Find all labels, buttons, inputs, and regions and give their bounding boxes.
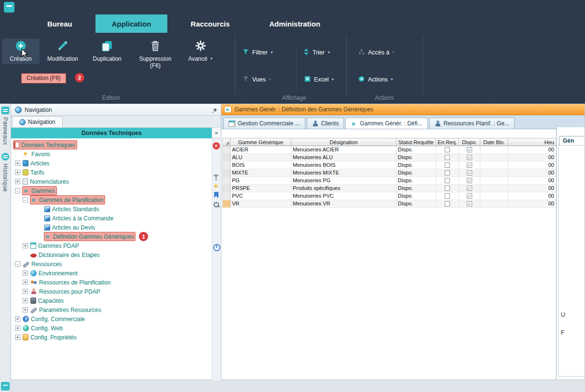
document-tab[interactable]: Clients	[307, 118, 344, 129]
tree-expander[interactable]: +	[23, 298, 28, 303]
filtrer-button[interactable]: Filtrer	[242, 47, 273, 58]
tree-item[interactable]: +Articles	[11, 159, 212, 168]
suppression-button[interactable]: Suppression (F6)	[131, 39, 179, 69]
err-req-checkbox[interactable]	[445, 155, 450, 160]
tree-item[interactable]: +Config. Web	[11, 324, 212, 333]
tree-item[interactable]: Dictionnaire des Etapes	[11, 250, 212, 259]
tree-expander[interactable]: +	[15, 335, 20, 340]
row-selector[interactable]	[223, 162, 231, 169]
document-tab[interactable]: Ressources Planif. : Ge...	[429, 118, 515, 129]
row-selector[interactable]	[223, 169, 231, 177]
close-icon[interactable]	[213, 142, 220, 149]
grid-header-statut-requ-te[interactable]: Statut Requête	[396, 138, 436, 146]
table-row[interactable]: ALUMenuiseries ALUDispo.✓00	[223, 154, 557, 162]
search-icon[interactable]	[213, 201, 220, 208]
tree-item[interactable]: +Tarifs	[11, 168, 212, 177]
err-req-checkbox[interactable]	[445, 170, 450, 176]
row-selector[interactable]	[223, 185, 231, 192]
tree-item[interactable]: Favoris	[11, 149, 212, 159]
tree-item[interactable]: Définition Gammes Génériques1	[11, 232, 212, 241]
table-row[interactable]: PVCMenuiseries PVCDispo.✓00	[223, 192, 557, 200]
tree-item[interactable]: +Config. Propriétés	[11, 333, 212, 342]
navigation-tab[interactable]: Navigation	[12, 116, 63, 127]
dispo-checkbox[interactable]: ✓	[467, 178, 472, 183]
vues-button[interactable]: Vues	[242, 74, 272, 85]
grid-corner-cell[interactable]	[223, 138, 231, 146]
tree-expander[interactable]: +	[23, 243, 28, 248]
dispo-checkbox[interactable]: ✓	[467, 186, 472, 191]
tree-expander[interactable]: +	[23, 270, 28, 276]
detail-panel-tab[interactable]: Gén	[559, 136, 585, 146]
collapse-chevrons-icon[interactable]: »	[212, 128, 220, 138]
tree-expander[interactable]: +	[23, 289, 28, 294]
tree-item[interactable]: +Config. Commerciale	[11, 314, 212, 324]
tree-expander[interactable]: +	[15, 316, 20, 322]
avance-button[interactable]: Avancé	[182, 39, 219, 62]
row-selector[interactable]	[223, 146, 231, 154]
trier-button[interactable]: Trier	[303, 47, 330, 58]
tree-item[interactable]: Données Techniques	[11, 140, 212, 149]
row-selector[interactable]	[223, 192, 231, 200]
tree-item[interactable]: -Gammes	[11, 186, 212, 195]
row-selector[interactable]	[223, 177, 231, 185]
table-row[interactable]: PGMenuiseries PGDispo.✓00	[223, 177, 557, 185]
err-req-checkbox[interactable]	[445, 178, 450, 183]
app-icon[interactable]	[4, 2, 14, 13]
table-row[interactable]: BOISMenuiseries BOISDispo.✓00	[223, 162, 557, 169]
filter-icon[interactable]	[213, 174, 220, 181]
tree-expander[interactable]: +	[23, 307, 28, 312]
tree-expander[interactable]: +	[15, 170, 20, 175]
tree-expander[interactable]: -	[15, 261, 20, 267]
table-row[interactable]: VRMenuiseries VRDispo.✓00	[223, 200, 557, 208]
excel-button[interactable]: Excel	[304, 74, 335, 85]
document-tab[interactable]: Gestion Commerciale ...	[223, 118, 305, 129]
table-row[interactable]: MIXTEMenuiseries MIXTEDispo.✓00	[223, 169, 557, 177]
dispo-checkbox[interactable]: ✓	[467, 155, 472, 160]
tree-item[interactable]: Articles au Devis	[11, 223, 212, 232]
tree-expander[interactable]: -	[15, 188, 20, 193]
modification-button[interactable]: Modification	[41, 39, 84, 62]
err-req-checkbox[interactable]	[445, 201, 450, 206]
tree-item[interactable]: Articles à la Commande	[11, 214, 212, 223]
ribbon-tab-administration[interactable]: Administration	[253, 14, 337, 33]
tree-item[interactable]: +Ressources de Planification	[11, 278, 212, 287]
collapsed-panel-icon[interactable]	[1, 382, 10, 391]
grid-header-heu[interactable]: Heu	[508, 138, 557, 146]
grid-header-date-blo-[interactable]: Date Blo.	[480, 138, 508, 146]
duplication-button[interactable]: Duplication	[86, 39, 128, 62]
err-req-checkbox[interactable]	[445, 186, 450, 191]
tree-expander[interactable]: +	[15, 179, 20, 184]
table-row[interactable]: ACIERMenuiseries ACIERDispo.✓00	[223, 146, 557, 154]
row-selector[interactable]	[223, 200, 231, 208]
tree-item[interactable]: Articles Standards	[11, 204, 212, 214]
ribbon-tab-raccourcis[interactable]: Raccourcis	[174, 14, 246, 33]
tree-item[interactable]: +Paramètres Ressources	[11, 305, 212, 314]
tree-expander[interactable]: +	[15, 161, 20, 166]
ribbon-tab-application[interactable]: Application	[95, 14, 168, 33]
dispo-checkbox[interactable]: ✓	[467, 162, 472, 168]
err-req-checkbox[interactable]	[445, 162, 450, 168]
tree-item[interactable]: +Capacités	[11, 296, 212, 305]
err-req-checkbox[interactable]	[445, 193, 450, 199]
grid-header-err-req-[interactable]: Err.Req.	[436, 138, 459, 146]
document-tab[interactable]: Gammes Génér. : Défi...	[345, 118, 427, 129]
tree-expander[interactable]: +	[23, 280, 28, 285]
pin-icon[interactable]	[212, 107, 218, 115]
tree-item[interactable]: +Nomenclatures	[11, 177, 212, 186]
table-row[interactable]: PRSPEProduits spécifiquesDispo.✓00	[223, 185, 557, 192]
tree-item[interactable]: +Environnement	[11, 269, 212, 278]
grid-header-d-signation[interactable]: Désignation	[291, 138, 396, 146]
tree-item[interactable]: +Gammes PDAP	[11, 241, 212, 250]
dispo-checkbox[interactable]: ✓	[467, 170, 472, 176]
grid-header-gamme-g-n-rique[interactable]: Gamme Générique	[231, 138, 291, 146]
dispo-checkbox[interactable]: ✓	[467, 201, 472, 206]
tree-expander[interactable]: -	[23, 197, 28, 203]
tree-item[interactable]: -Ressources	[11, 259, 212, 269]
shortcut-icon[interactable]	[213, 191, 220, 199]
actions-button[interactable]: Actions	[358, 74, 394, 85]
err-req-checkbox[interactable]	[445, 147, 450, 152]
tree-item[interactable]: +Ressources pour PDAP	[11, 287, 212, 296]
history-icon[interactable]	[213, 243, 220, 251]
ribbon-tab-bureau[interactable]: Bureau	[31, 14, 89, 33]
favorite-icon[interactable]	[213, 183, 220, 190]
